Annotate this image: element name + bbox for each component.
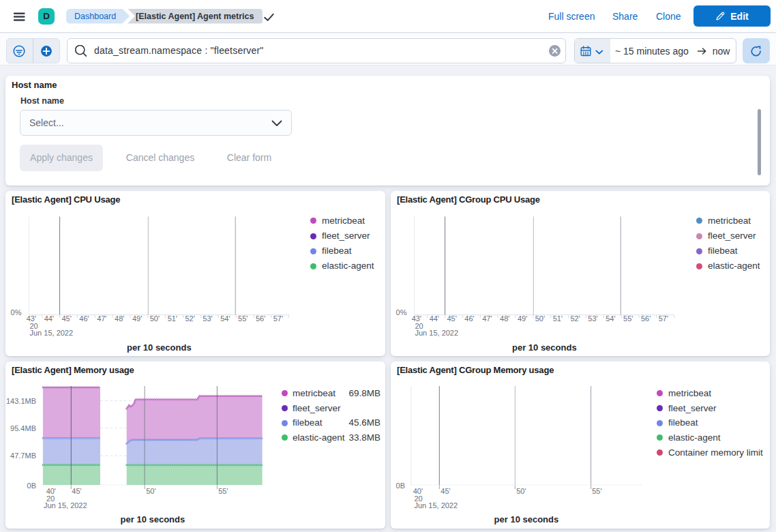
svg-text:Jun 15, 2022: Jun 15, 2022 bbox=[415, 329, 459, 337]
svg-text:44': 44' bbox=[430, 314, 439, 323]
svg-text:54': 54' bbox=[220, 314, 230, 323]
svg-text:per 10 seconds: per 10 seconds bbox=[494, 514, 559, 524]
svg-text:48': 48' bbox=[500, 314, 509, 323]
svg-text:47': 47' bbox=[97, 314, 106, 323]
svg-text:44': 44' bbox=[44, 314, 54, 323]
svg-text:47.7MB: 47.7MB bbox=[10, 452, 36, 460]
svg-text:45': 45' bbox=[61, 314, 71, 323]
svg-text:143.1MB: 143.1MB bbox=[6, 397, 36, 405]
svg-text:56': 56' bbox=[641, 314, 651, 323]
svg-text:52': 52' bbox=[185, 314, 194, 323]
svg-text:0%: 0% bbox=[11, 308, 22, 316]
svg-text:55': 55' bbox=[592, 487, 601, 495]
svg-text:55': 55' bbox=[238, 314, 248, 323]
svg-text:per 10 seconds: per 10 seconds bbox=[121, 514, 185, 524]
svg-text:Jun 15, 2022: Jun 15, 2022 bbox=[30, 329, 74, 337]
svg-text:57': 57' bbox=[659, 314, 668, 323]
svg-text:52': 52' bbox=[570, 314, 580, 323]
svg-text:0B: 0B bbox=[396, 482, 405, 490]
svg-text:46': 46' bbox=[464, 314, 474, 323]
svg-text:53': 53' bbox=[203, 314, 212, 323]
svg-text:49': 49' bbox=[518, 314, 527, 323]
svg-text:45': 45' bbox=[441, 487, 450, 495]
svg-text:50': 50' bbox=[146, 487, 155, 495]
svg-text:per 10 seconds: per 10 seconds bbox=[127, 342, 192, 353]
svg-text:53': 53' bbox=[588, 314, 597, 323]
svg-text:50': 50' bbox=[535, 314, 545, 323]
svg-text:54': 54' bbox=[606, 314, 615, 323]
svg-text:45': 45' bbox=[72, 487, 81, 495]
svg-text:Jun 15, 2022: Jun 15, 2022 bbox=[415, 501, 458, 509]
svg-text:55': 55' bbox=[218, 487, 228, 495]
svg-text:57': 57' bbox=[273, 314, 283, 323]
svg-text:55': 55' bbox=[623, 314, 633, 323]
svg-text:51': 51' bbox=[553, 314, 563, 323]
svg-text:0B: 0B bbox=[27, 482, 36, 490]
svg-text:40': 40' bbox=[46, 487, 56, 495]
svg-text:Jun 15, 2022: Jun 15, 2022 bbox=[44, 501, 87, 509]
svg-text:per 10 seconds: per 10 seconds bbox=[512, 342, 577, 353]
svg-text:49': 49' bbox=[132, 314, 142, 323]
svg-text:95.4MB: 95.4MB bbox=[10, 424, 36, 432]
svg-text:50': 50' bbox=[516, 487, 526, 495]
svg-text:0%: 0% bbox=[396, 308, 407, 316]
svg-text:51': 51' bbox=[168, 314, 177, 323]
svg-text:50': 50' bbox=[150, 314, 160, 323]
svg-text:46': 46' bbox=[79, 314, 89, 323]
svg-text:47': 47' bbox=[482, 314, 492, 323]
svg-text:48': 48' bbox=[115, 314, 124, 323]
svg-text:45': 45' bbox=[447, 314, 456, 323]
svg-text:56': 56' bbox=[256, 314, 265, 323]
